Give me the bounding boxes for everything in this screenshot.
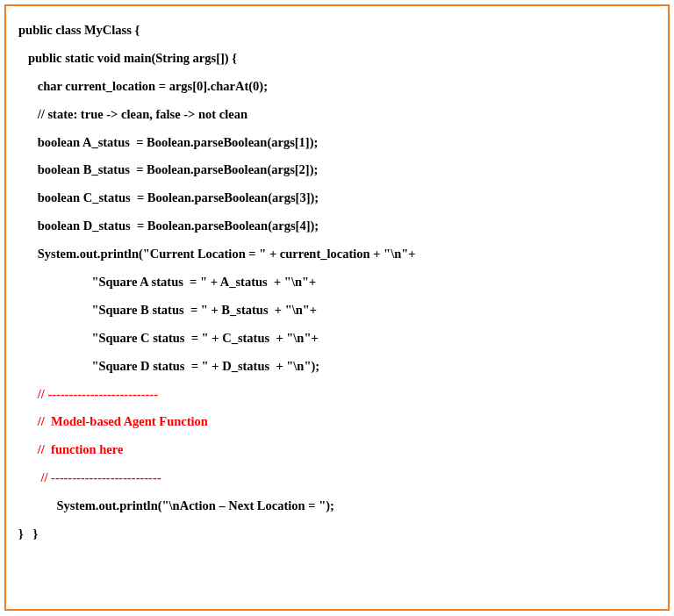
code-line: boolean B_status = Boolean.parseBoolean(…	[18, 156, 656, 184]
code-line: System.out.println("Current Location = "…	[18, 240, 656, 269]
code-line: // state: true -> clean, false -> not cl…	[18, 101, 656, 129]
code-line: boolean D_status = Boolean.parseBoolean(…	[18, 212, 656, 240]
code-line: } }	[18, 520, 656, 548]
comment-function-here: // function here	[18, 436, 656, 464]
comment-separator: // --------------------------	[18, 464, 656, 492]
code-line: boolean C_status = Boolean.parseBoolean(…	[18, 184, 656, 212]
code-line: char current_location = args[0].charAt(0…	[18, 73, 656, 101]
code-box: public class MyClass { public static voi…	[4, 4, 670, 611]
comment-separator: // --------------------------	[18, 381, 656, 409]
code-line: "Square D status = " + D_status + "\n");	[18, 353, 656, 381]
code-line: System.out.println("\nAction – Next Loca…	[18, 492, 656, 520]
code-line: "Square A status = " + A_status + "\n"+	[18, 269, 656, 297]
code-line: "Square B status = " + B_status + "\n"+	[18, 297, 656, 325]
comment-agent-function: // Model-based Agent Function	[18, 408, 656, 436]
code-line: "Square C status = " + C_status + "\n"+	[18, 325, 656, 353]
code-line: public static void main(String args[]) {	[18, 45, 656, 73]
code-line: boolean A_status = Boolean.parseBoolean(…	[18, 129, 656, 157]
code-line: public class MyClass {	[18, 17, 656, 45]
